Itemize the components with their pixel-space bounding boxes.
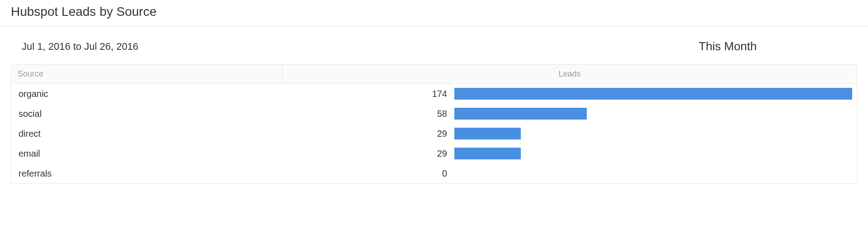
period-label: This Month	[698, 39, 757, 53]
meta-row: Jul 1, 2016 to Jul 26, 2016 This Month	[0, 27, 868, 64]
leads-bar-cell	[454, 108, 857, 120]
leads-table: Source Leads organic174social58direct29e…	[11, 64, 857, 184]
source-cell: referrals	[11, 168, 283, 179]
leads-bar-cell	[454, 128, 857, 139]
column-header-source: Source	[11, 65, 283, 83]
source-cell: social	[11, 109, 283, 119]
table-row: referrals0	[11, 163, 857, 183]
leads-value-cell: 0	[283, 168, 454, 179]
table-header: Source Leads	[11, 65, 857, 84]
source-cell: direct	[11, 129, 283, 139]
table-row: social58	[11, 104, 857, 124]
leads-bar-cell	[454, 168, 857, 179]
leads-by-source-widget: Hubspot Leads by Source Jul 1, 2016 to J…	[0, 0, 868, 184]
leads-value-cell: 29	[283, 129, 454, 139]
table-row: direct29	[11, 124, 857, 144]
title-bar: Hubspot Leads by Source	[0, 0, 868, 27]
page-title: Hubspot Leads by Source	[11, 5, 857, 19]
leads-bar	[454, 128, 521, 139]
date-range-label: Jul 1, 2016 to Jul 26, 2016	[22, 41, 138, 53]
table-body: organic174social58direct29email29referra…	[11, 84, 857, 183]
leads-value-cell: 58	[283, 109, 454, 119]
leads-bar	[454, 108, 587, 120]
column-header-leads: Leads	[283, 65, 857, 83]
table-row: organic174	[11, 84, 857, 104]
leads-value-cell: 29	[283, 149, 454, 159]
leads-bar	[454, 88, 852, 100]
leads-bar	[454, 148, 521, 159]
leads-bar-cell	[454, 88, 857, 100]
source-cell: organic	[11, 89, 283, 99]
source-cell: email	[11, 149, 283, 159]
leads-bar-cell	[454, 148, 857, 159]
table-row: email29	[11, 144, 857, 163]
leads-value-cell: 174	[283, 89, 454, 99]
